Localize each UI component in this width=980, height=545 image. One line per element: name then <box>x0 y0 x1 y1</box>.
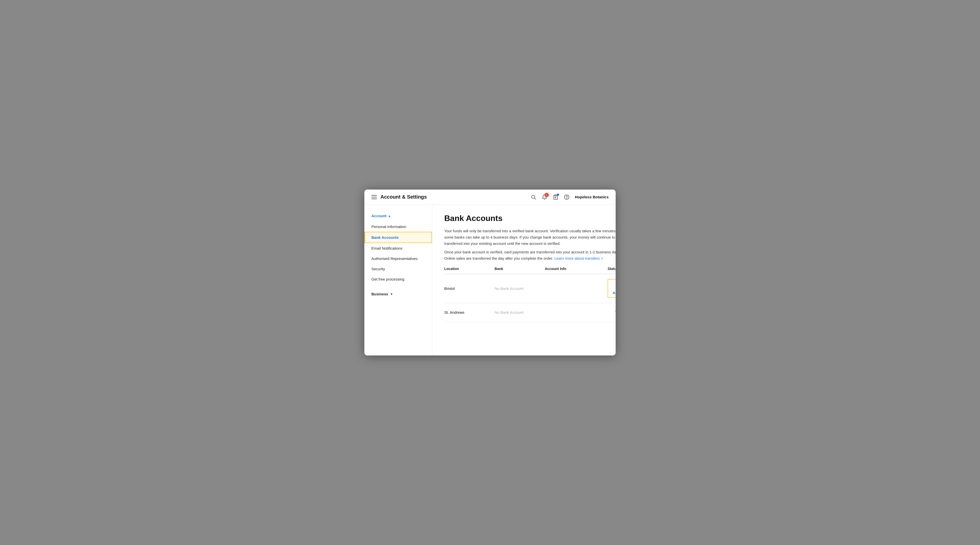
page-title: Bank Accounts <box>444 214 616 223</box>
account-section-header[interactable]: Account ▲ <box>364 212 432 222</box>
notification-icon[interactable]: 1 <box>542 194 547 200</box>
location-cell-st-andrews: St. Andrews <box>444 310 495 314</box>
header-left: Account & Settings <box>371 194 427 200</box>
account-section-title: Account <box>371 214 387 218</box>
business-section: Business ▾ <box>364 284 432 299</box>
learn-more-link[interactable]: Learn more about transfers > <box>554 256 603 260</box>
svg-line-1 <box>535 198 536 199</box>
location-cell-bristol: Bristol <box>444 286 495 291</box>
col-header-bank: Bank <box>495 267 545 271</box>
business-section-header[interactable]: Business ▾ <box>364 289 432 299</box>
svg-rect-2 <box>555 194 556 196</box>
sidebar: Account ▲ Personal Information Bank Acco… <box>364 205 432 355</box>
col-header-status: Status <box>608 267 616 271</box>
sidebar-item-authorised-representatives[interactable]: Authorised Representatives <box>364 253 432 264</box>
business-name[interactable]: Hopeless Botanics <box>575 195 609 199</box>
header-title: Account & Settings <box>380 194 427 200</box>
notification-badge: 1 <box>544 193 549 197</box>
header-right: 1 Hopeless Botanics <box>531 194 609 200</box>
sidebar-item-get-free-processing[interactable]: Get free processing <box>364 274 432 284</box>
table-row: Bristol No Bank Account Add Bank Account <box>444 274 616 303</box>
menu-icon[interactable] <box>371 195 377 199</box>
add-bank-account-button-st-andrews[interactable]: Add Bank Account <box>608 308 616 317</box>
sidebar-item-security[interactable]: Security <box>364 264 432 274</box>
clipboard-icon[interactable] <box>553 194 558 200</box>
add-bank-account-button-bristol[interactable]: Add Bank Account <box>608 279 616 298</box>
bank-cell-st-andrews: No Bank Account <box>495 310 545 314</box>
description-2: Once your bank account is verified, card… <box>444 249 616 262</box>
business-chevron-icon: ▾ <box>391 292 393 296</box>
clipboard-badge <box>557 194 559 196</box>
help-icon[interactable] <box>564 194 570 200</box>
bank-accounts-table: Location Bank Account Info Status Bristo… <box>444 264 616 322</box>
header: Account & Settings 1 <box>364 190 616 205</box>
layout: Account ▲ Personal Information Bank Acco… <box>364 205 616 355</box>
business-section-title: Business <box>371 292 388 296</box>
search-icon[interactable] <box>531 194 536 200</box>
table-header: Location Bank Account Info Status <box>444 264 616 274</box>
description-1: Your funds will only be transferred into… <box>444 228 616 247</box>
table-row: St. Andrews No Bank Account Add Bank Acc… <box>444 303 616 322</box>
col-header-account-info: Account Info <box>545 267 608 271</box>
sidebar-item-email-notifications[interactable]: Email Notifications <box>364 243 432 253</box>
app-window: Account & Settings 1 <box>364 190 616 355</box>
main-content: Bank Accounts Your funds will only be tr… <box>432 205 616 355</box>
bank-cell-bristol: No Bank Account <box>495 286 545 291</box>
sidebar-item-bank-accounts[interactable]: Bank Accounts <box>364 232 432 243</box>
account-chevron-icon: ▲ <box>388 214 391 218</box>
col-header-location: Location <box>444 267 495 271</box>
sidebar-item-personal-information[interactable]: Personal Information <box>364 222 432 232</box>
